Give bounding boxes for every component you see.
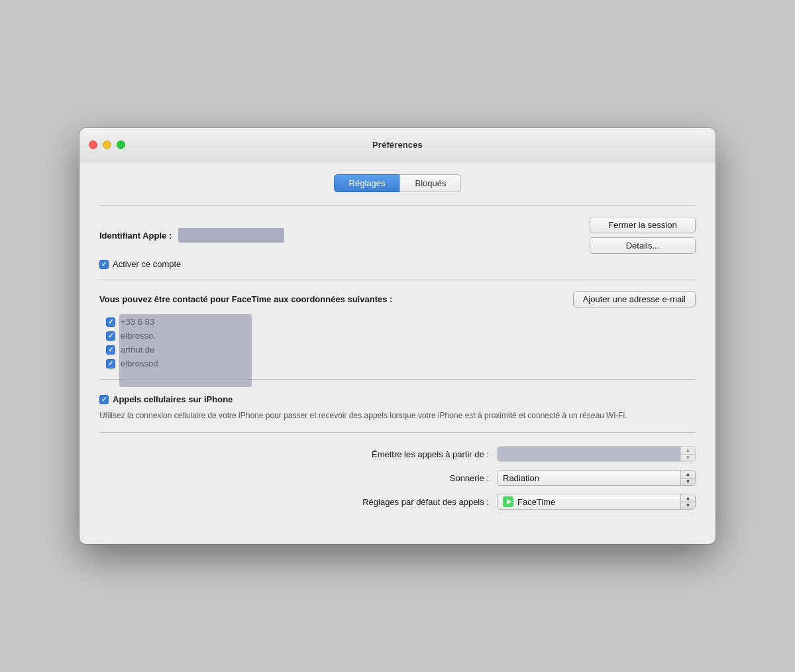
facetime-icon bbox=[503, 496, 513, 507]
default-calls-spin-down[interactable]: ▼ bbox=[681, 502, 695, 510]
apple-id-label: Identifiant Apple : bbox=[99, 231, 172, 241]
ringtone-row: Sonnerie : Radiation ▲ ▼ bbox=[99, 470, 696, 486]
ringtone-spinner[interactable]: ▲ ▼ bbox=[680, 471, 695, 485]
titlebar: Préférences bbox=[80, 128, 716, 162]
apple-id-left: Identifiant Apple : bbox=[99, 228, 284, 243]
window-title: Préférences bbox=[372, 140, 423, 150]
emit-label: Émettre les appels à partir de : bbox=[372, 449, 489, 459]
contact-1-checkbox[interactable] bbox=[106, 317, 115, 327]
default-calls-row: Réglages par défaut des appels : FaceTim… bbox=[99, 494, 696, 510]
details-button[interactable]: Détails... bbox=[590, 237, 696, 254]
ringtone-spin-down[interactable]: ▼ bbox=[681, 478, 695, 486]
maximize-button[interactable] bbox=[117, 140, 125, 149]
ringtone-spin-up[interactable]: ▲ bbox=[681, 471, 695, 478]
emit-spinner[interactable]: ▲ ▼ bbox=[680, 447, 695, 461]
default-calls-spin-up[interactable]: ▲ bbox=[681, 494, 695, 502]
activate-account-row: Activer ce compte bbox=[99, 259, 696, 269]
apple-id-buttons: Fermer la session Détails... bbox=[590, 217, 696, 254]
contact-list: +33 6 83 elbrosso. arthur.de elbrossod bbox=[99, 317, 696, 368]
content-area: Réglages Bloqués Identifiant Apple : Fer… bbox=[80, 162, 716, 544]
tab-reglages[interactable]: Réglages bbox=[334, 174, 400, 192]
emit-spin-up[interactable]: ▲ bbox=[681, 447, 695, 455]
ringtone-value: Radiation bbox=[503, 473, 539, 483]
contact-3-checkbox[interactable] bbox=[106, 345, 115, 355]
iphone-calls-checkbox[interactable] bbox=[99, 395, 109, 404]
preferences-window: Préférences Réglages Bloqués Identifiant… bbox=[80, 128, 716, 544]
tab-bloques[interactable]: Bloqués bbox=[399, 174, 461, 192]
close-session-button[interactable]: Fermer la session bbox=[590, 217, 696, 233]
facetime-section: Vous pouvez être contacté pour FaceTime … bbox=[99, 280, 696, 379]
emit-spin-down[interactable]: ▼ bbox=[681, 455, 695, 462]
window-controls bbox=[89, 140, 125, 149]
iphone-description: Utilisez la connexion cellulaire de votr… bbox=[99, 410, 643, 421]
dropdowns-section: Émettre les appels à partir de : ▲ ▼ Son… bbox=[99, 432, 696, 524]
iphone-calls-label: Appels cellulaires sur iPhone bbox=[113, 394, 233, 404]
emit-row: Émettre les appels à partir de : ▲ ▼ bbox=[99, 446, 696, 462]
ringtone-select-wrapper: Radiation ▲ ▼ bbox=[497, 470, 696, 486]
default-calls-value: FaceTime bbox=[517, 497, 555, 507]
ringtone-label: Sonnerie : bbox=[450, 473, 489, 483]
close-button[interactable] bbox=[89, 140, 97, 149]
default-calls-spinner[interactable]: ▲ ▼ bbox=[680, 494, 695, 509]
tab-bar: Réglages Bloqués bbox=[99, 174, 696, 192]
default-calls-select[interactable]: FaceTime ▲ ▼ bbox=[497, 494, 696, 510]
iphone-calls-row: Appels cellulaires sur iPhone bbox=[99, 394, 696, 404]
activate-account-label: Activer ce compte bbox=[113, 259, 181, 269]
default-calls-label: Réglages par défaut des appels : bbox=[362, 497, 489, 507]
contact-4-checkbox[interactable] bbox=[106, 359, 115, 368]
ringtone-select[interactable]: Radiation ▲ ▼ bbox=[497, 470, 696, 486]
add-email-button[interactable]: Ajouter une adresse e-mail bbox=[573, 291, 696, 308]
apple-id-row: Identifiant Apple : Fermer la session Dé… bbox=[99, 217, 696, 254]
emit-select-wrapper: ▲ ▼ bbox=[497, 446, 696, 462]
activate-account-checkbox[interactable] bbox=[99, 260, 109, 269]
facetime-label: Vous pouvez être contacté pour FaceTime … bbox=[99, 294, 573, 304]
facetime-header: Vous pouvez être contacté pour FaceTime … bbox=[99, 291, 696, 308]
emit-select[interactable]: ▲ ▼ bbox=[497, 446, 696, 462]
minimize-button[interactable] bbox=[103, 140, 111, 149]
redaction-overlay bbox=[119, 314, 252, 387]
apple-id-field[interactable] bbox=[178, 228, 284, 243]
contact-2-checkbox[interactable] bbox=[106, 331, 115, 341]
default-calls-select-wrapper: FaceTime ▲ ▼ bbox=[497, 494, 696, 510]
apple-id-section: Identifiant Apple : Fermer la session Dé… bbox=[99, 205, 696, 280]
iphone-section: Appels cellulaires sur iPhone Utilisez l… bbox=[99, 379, 696, 432]
